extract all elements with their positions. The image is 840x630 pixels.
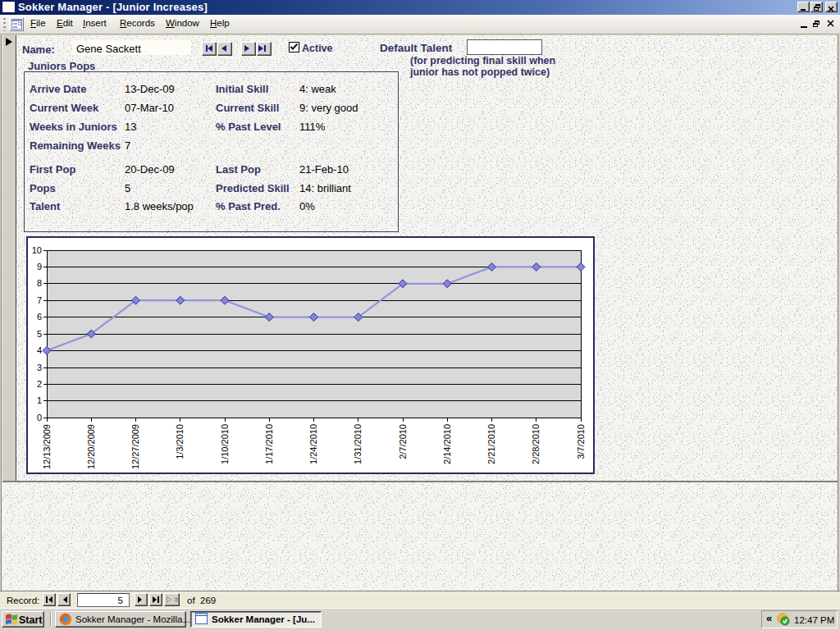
svg-text:3: 3 [37,363,42,372]
svg-text:1/3/2010: 1/3/2010 [175,424,185,459]
svg-text:2/14/2010: 2/14/2010 [442,424,452,464]
svg-text:2: 2 [37,379,42,389]
svg-text:12/27/2009: 12/27/2009 [130,424,140,469]
svg-text:1/31/2010: 1/31/2010 [353,424,363,464]
svg-text:1/10/2010: 1/10/2010 [220,424,230,464]
svg-text:0: 0 [37,413,42,422]
svg-text:3/7/2010: 3/7/2010 [576,424,586,459]
svg-text:12/20/2009: 12/20/2009 [86,424,96,469]
svg-text:1/17/2010: 1/17/2010 [264,424,274,464]
svg-text:9: 9 [37,262,42,272]
svg-text:7: 7 [37,295,42,305]
svg-text:2/21/2010: 2/21/2010 [486,424,496,464]
svg-text:8: 8 [37,278,42,288]
svg-text:4: 4 [37,345,42,355]
svg-text:5: 5 [37,329,42,339]
svg-text:12/13/2009: 12/13/2009 [42,424,52,469]
svg-text:10: 10 [32,245,42,255]
svg-text:6: 6 [37,312,42,322]
svg-text:2/28/2010: 2/28/2010 [531,424,541,464]
svg-text:2/7/2010: 2/7/2010 [398,424,408,459]
svg-text:1: 1 [37,395,42,405]
svg-text:1/24/2010: 1/24/2010 [308,424,318,464]
